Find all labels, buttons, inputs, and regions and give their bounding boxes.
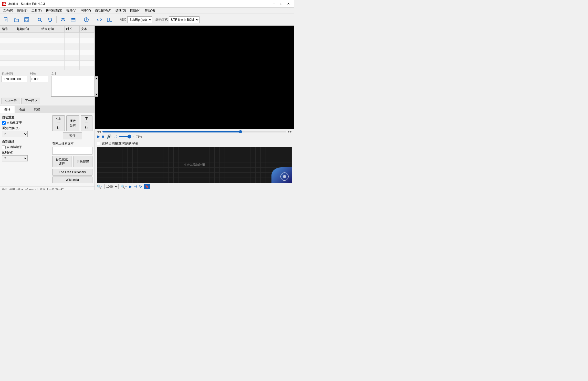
mute-button[interactable]: 🔊 [107,134,112,139]
encoding-label: 编码方式 [155,17,168,22]
encoding-select[interactable]: UTF-8 with BOM [169,16,200,23]
tab-adjust[interactable]: 调整 [30,106,45,113]
refresh-button[interactable] [45,15,55,24]
menu-edit[interactable]: 编辑(E) [15,8,29,13]
app-icon: SE [2,2,6,6]
waveform-hint: 点击以添加波形 [184,163,205,167]
play-button[interactable]: ▶ [97,134,100,139]
table-row[interactable] [0,66,94,70]
menu-network[interactable]: 网络(N) [128,8,143,13]
auto-repeat-checkbox[interactable] [2,121,6,125]
list-button[interactable] [69,15,78,24]
save-button[interactable] [22,15,31,24]
progress-bar[interactable] [102,131,286,132]
help-button[interactable]: ? [82,15,91,24]
text-scrollbar[interactable]: ▲ ▼ [95,76,98,97]
prev-line-button[interactable]: < 上一行 [2,98,20,104]
tab-translate[interactable]: 翻译 [0,106,15,113]
zoom-in-button[interactable]: 🔍+ [121,184,127,189]
video-area[interactable] [95,26,294,129]
delay-select[interactable]: 2 1 3 4 5 [2,155,28,161]
delay-label: 延时(秒) [2,150,48,155]
free-dictionary-button[interactable]: The Free Dictionary [52,169,92,176]
menu-spell[interactable]: 拼写检查(S) [44,8,64,13]
stop-button[interactable]: ■ [102,134,104,139]
auto-continue-section: 自动继续 自动继续于 延时(秒) 2 1 3 4 5 [2,140,48,161]
zoom-select[interactable]: 100% 50% 75% 125% 150% 200% [104,184,119,189]
video-controls: ◀◀ ▶▶ ▶ ■ 🔊 ⛶ 75% [95,129,294,140]
menu-auto-translate[interactable]: 自动翻译(A) [93,8,113,13]
svg-rect-3 [26,20,28,22]
table-row[interactable] [0,61,94,66]
left-panel: 编号 起始时间 结束时间 时长 文本 [0,26,95,190]
table-row[interactable] [0,38,94,44]
find-button[interactable] [35,15,44,24]
auto-repeat-label: 自动重复于 [7,121,22,125]
volume-percent: 75% [136,135,142,138]
next-line-button[interactable]: 下一行 > [22,98,40,104]
svg-point-4 [38,18,41,21]
progress-back-icon[interactable]: ◀◀ [97,130,101,133]
zoom-out-button[interactable]: 🔍- [97,184,102,189]
text-area-wrap: ▲ ▼ [51,76,98,97]
new-button[interactable] [2,15,11,24]
play-waveform-button[interactable]: ▶ [129,184,132,189]
auto-continue-checkbox[interactable] [2,146,6,149]
maximize-button[interactable]: □ [278,1,285,7]
svg-text:?: ? [85,18,87,22]
tab-create[interactable]: 创建 [15,106,30,113]
format-select[interactable]: SubRip (.srt) [127,16,152,23]
table-row[interactable] [0,44,94,49]
bottom-left-panel: 翻译 创建 调整 自动重复 自动重复于 重复次数(次) 2 [0,106,94,190]
menu-video[interactable]: 视频(V) [64,8,79,13]
fullscreen-button[interactable]: ⛶ [114,135,117,138]
progress-bar-container: ◀◀ ▶▶ [97,130,292,133]
menu-tools[interactable]: 工具(T) [29,8,44,13]
main-layout: 编号 起始时间 结束时间 时长 文本 [0,26,294,190]
google-translate-button[interactable]: 谷歌翻译 [74,156,93,167]
waveform-container[interactable]: 点击以添加波形 CK [97,147,292,183]
menu-options[interactable]: 选项(O) [113,8,128,13]
open-button[interactable] [12,15,21,24]
search-input[interactable] [52,147,92,155]
progress-forward-icon[interactable]: ▶▶ [288,130,292,133]
right-panel: ◀◀ ▶▶ ▶ ■ 🔊 ⛶ 75% 选择当前播放时刻的字幕 [95,26,294,190]
close-button[interactable]: ✕ [285,1,292,7]
play-current-button[interactable]: 播放当前 [66,115,79,131]
tc-right: <上一行 播放当前 下一行 暂停 在网上搜索文本 谷歌搜索该行 谷歌翻译 The… [52,115,92,184]
table-row[interactable] [0,55,94,61]
menu-file[interactable]: 文件(F) [1,8,15,13]
select-subtitle-checkbox[interactable] [97,142,100,145]
col-end: 结束时间 [40,26,64,33]
col-text: 文本 [79,26,94,33]
next-line-play-button[interactable]: 下一行 [81,115,92,131]
wikipedia-button[interactable]: Wikipedia [52,177,92,183]
repeat-count-select[interactable]: 2 1 3 4 5 [2,131,28,137]
auto-repeat-section: 自动重复 自动重复于 重复次数(次) 2 1 3 4 5 [2,115,48,137]
menu-help[interactable]: 帮助(H) [143,8,157,13]
scroll-down[interactable]: ▼ [95,93,98,96]
start-time-label: 起始时间 [2,72,27,76]
subtitle-text-input[interactable] [51,76,95,97]
table-row[interactable] [0,33,94,38]
minimize-button[interactable]: ─ [270,1,278,7]
col-duration: 时长 [65,26,79,33]
edit-area: 起始时间 时长 文本 ▲ ▼ [0,70,94,106]
waveform-refresh-button[interactable]: ↻ [139,184,142,189]
volume-slider[interactable] [119,136,134,137]
code-button[interactable] [95,15,104,24]
prev-line-play-button[interactable]: <上一行 [52,115,65,131]
scroll-up[interactable]: ▲ [95,76,98,80]
bookmark-button[interactable]: 🔖 [144,184,150,189]
ctrl-buttons: ▶ ■ 🔊 ⛶ 75% [97,134,292,139]
menu-sync[interactable]: 同步(Y) [79,8,93,13]
view-button[interactable] [58,15,68,24]
pause-button[interactable]: 暂停 [63,132,82,139]
duration-input[interactable] [30,76,48,82]
table-row[interactable] [0,49,94,55]
waveform-split-button[interactable]: ⊣ [134,184,137,189]
split-button[interactable] [105,15,114,24]
auto-repeat-title: 自动重复 [2,115,48,120]
google-search-button[interactable]: 谷歌搜索该行 [52,156,71,167]
start-time-input[interactable] [2,76,27,82]
